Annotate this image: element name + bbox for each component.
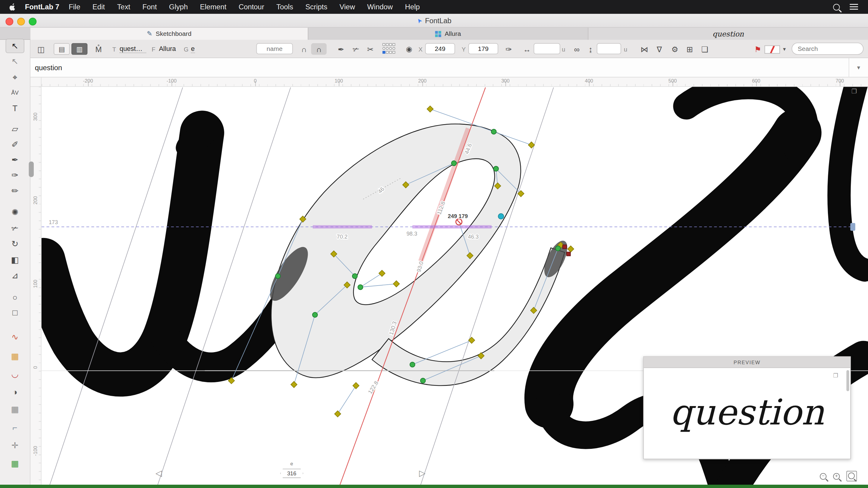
left-sidebearing-handle[interactable]: ◁ (156, 468, 162, 478)
ellipse-tool[interactable]: ○ (5, 290, 24, 304)
zoom-out-icon[interactable]: − (820, 473, 827, 479)
menu-file[interactable]: File (63, 0, 87, 14)
panel-grid-icon[interactable]: ⊞ (683, 40, 696, 58)
corner-script-preview: question (712, 30, 744, 38)
linked-width-input[interactable] (597, 43, 621, 54)
panel-grip-handle[interactable] (29, 161, 34, 177)
menu-help[interactable]: Help (399, 0, 426, 14)
copy-layers-icon[interactable]: ❏ (698, 40, 711, 58)
preview-scrollbar-thumb[interactable] (846, 370, 849, 391)
spotlight-search-icon[interactable] (833, 4, 840, 10)
guide-color-swatch[interactable] (765, 45, 780, 54)
window-title-bar[interactable]: ➤ FontLab (0, 14, 868, 28)
link-icon[interactable]: ∞ (571, 40, 583, 58)
power-brush-tool[interactable]: ✺ (5, 205, 24, 220)
grid-tool[interactable]: ▦ (5, 402, 24, 417)
element-tool[interactable]: ↖ (5, 54, 24, 69)
app-menu-title[interactable]: FontLab 7 (25, 3, 59, 11)
text-string-field[interactable]: quest… (120, 45, 146, 53)
funnel-icon[interactable]: ∇ (653, 40, 665, 58)
kern-tool[interactable]: ÅV (5, 85, 24, 100)
text-height-icon[interactable]: ↨ (585, 40, 596, 58)
ruler-label: 100 (32, 279, 39, 289)
panels-toggle-icon[interactable]: ◫ (34, 40, 48, 58)
x-coordinate-input[interactable] (425, 43, 455, 54)
guides-tool[interactable]: ⌖ (5, 70, 24, 85)
ruler-label: -100 (167, 78, 177, 84)
measure-tool[interactable]: ⊿ (5, 268, 24, 283)
corner-tool[interactable]: ⌐ (5, 420, 24, 434)
menu-contour[interactable]: Contour (232, 0, 270, 14)
color-tool[interactable]: ◑ (5, 385, 24, 399)
calligraphy-tool[interactable]: ✑ (5, 168, 24, 183)
glyph-string-value[interactable]: question (35, 58, 62, 77)
brush-tool[interactable]: ✐ (5, 137, 24, 152)
zoom-fit-icon[interactable] (846, 471, 857, 481)
advance-width-badge[interactable]: 316 (280, 469, 303, 478)
preview-options-icon[interactable]: ❐ (833, 372, 838, 378)
macos-menu-bar: FontLab 7 FileEditTextFontGlyphElementCo… (0, 0, 868, 14)
menu-scripts[interactable]: Scripts (299, 0, 333, 14)
rectangle-tool[interactable]: □ (5, 305, 24, 319)
current-glyph-letter: e (283, 461, 300, 466)
erase-tool[interactable]: ▱ (5, 122, 24, 136)
advance-width-icon[interactable]: ↔ (521, 40, 533, 58)
menu-edit[interactable]: Edit (87, 0, 111, 14)
vertical-ruler[interactable]: 3002001000-100 (30, 87, 41, 485)
pixel-tool[interactable]: ▦ (5, 456, 24, 471)
glyph-bar-dropdown[interactable]: ▾ (849, 58, 868, 77)
contour-tool[interactable]: ↖ (5, 39, 24, 53)
y-coordinate-input[interactable] (468, 43, 498, 54)
knife-icon[interactable]: ✃ (349, 40, 363, 58)
menu-glyph[interactable]: Glyph (163, 0, 194, 14)
x-height-guide-handle[interactable] (850, 223, 855, 231)
name-input[interactable] (256, 43, 293, 54)
y-label: Y (462, 40, 466, 58)
advance-width-input[interactable] (534, 43, 560, 54)
menu-list-icon[interactable] (849, 4, 858, 10)
arc-tool-icon[interactable]: ∩ (298, 40, 310, 58)
rotate-tool[interactable]: ↻ (5, 237, 24, 251)
preview-panel: PREVIEW ❐ question (643, 356, 851, 459)
scissors-icon[interactable]: ✂ (364, 40, 377, 58)
add-node-icon[interactable]: ✒ (334, 40, 347, 58)
ruler-corner (30, 77, 41, 87)
tab-allura[interactable]: Allura (308, 28, 588, 40)
menu-view[interactable]: View (333, 0, 361, 14)
menu-element[interactable]: Element (194, 0, 232, 14)
arc-fill-toggle[interactable]: ∩ (311, 43, 327, 55)
menu-window[interactable]: Window (361, 0, 399, 14)
font-name-value[interactable]: Allura (159, 45, 176, 53)
tab-sketchboard[interactable]: ✎ Sketchboard (30, 28, 308, 40)
fill-tool[interactable]: ◧ (5, 253, 24, 267)
layer-grid-widget[interactable] (382, 43, 396, 55)
blend-tool[interactable]: ▦ (5, 349, 24, 364)
flag-icon[interactable]: ⚑ (752, 40, 764, 58)
zoom-in-icon[interactable]: + (833, 473, 840, 479)
glyph-view-button[interactable]: ▥ (71, 43, 87, 55)
pencil-tool[interactable]: ✏ (5, 184, 24, 198)
search-input[interactable] (792, 42, 864, 55)
text-tool[interactable]: T (5, 101, 24, 115)
menu-font[interactable]: Font (136, 0, 163, 14)
menu-tools[interactable]: Tools (270, 0, 299, 14)
mirror-icon[interactable]: ⋈ (638, 40, 651, 58)
apple-menu-icon[interactable] (9, 3, 17, 11)
thickness-tool[interactable]: ∿ (5, 330, 24, 344)
horizontal-ruler[interactable]: -200-1000100200300400500600700 (41, 77, 868, 87)
pushpin-icon[interactable]: ✑ (503, 40, 515, 58)
table-view-button[interactable]: ▤ (54, 43, 70, 55)
knife-tool[interactable]: ✃ (5, 221, 24, 236)
location-pin-icon[interactable]: ◉ (403, 40, 415, 58)
fontaudit-icon[interactable]: ⚙ (668, 40, 681, 58)
pen-tool[interactable]: ✒ (5, 153, 24, 167)
swatch-dropdown-icon[interactable]: ▾ (780, 40, 789, 58)
preview-panel-header[interactable]: PREVIEW (644, 357, 850, 368)
glyph-name-field[interactable]: e (191, 45, 195, 53)
right-sidebearing-handle[interactable]: ▷ (419, 468, 425, 478)
menu-text[interactable]: Text (111, 0, 136, 14)
transform-tool[interactable]: ✛ (5, 438, 24, 453)
master-icon[interactable]: M̊ (92, 40, 105, 58)
tunni-tool[interactable]: ◡ (5, 367, 24, 381)
page-corner-icon[interactable]: ❐ (851, 88, 857, 95)
